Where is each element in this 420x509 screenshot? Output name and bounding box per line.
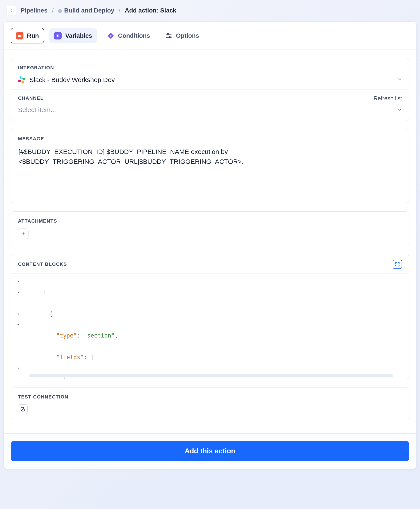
breadcrumb-parent[interactable]: Build and Deploy — [58, 6, 114, 15]
message-section: MESSAGE — [11, 129, 409, 203]
integration-label: INTEGRATION — [18, 64, 402, 71]
svg-text:IF: IF — [110, 34, 112, 37]
run-icon — [16, 32, 23, 39]
svg-point-7 — [167, 33, 169, 35]
check-circle-icon — [20, 407, 25, 412]
channel-label: CHANNEL — [18, 95, 44, 102]
horizontal-scrollbar[interactable] — [29, 374, 393, 377]
expand-icon — [395, 262, 400, 267]
test-connection-section: TEST CONNECTION — [11, 387, 409, 420]
chevron-left-icon — [9, 8, 13, 13]
chevron-down-icon — [397, 106, 402, 114]
add-this-action-button[interactable]: Add this action — [11, 441, 409, 461]
code-content: [ { "type": "section", "fields": [ { "ty… — [25, 273, 409, 379]
message-input[interactable] — [18, 146, 402, 195]
svg-text:$: $ — [57, 34, 59, 37]
tabs: Run $ Variables IF Conditions Options — [4, 22, 416, 50]
slack-icon — [18, 76, 25, 84]
options-icon — [165, 32, 172, 39]
integration-select[interactable]: Slack - Buddy Workshop Dev — [18, 75, 397, 84]
breadcrumb-sep: / — [119, 6, 120, 15]
back-button[interactable] — [7, 6, 16, 15]
breadcrumb-sep: / — [52, 6, 54, 15]
expand-editor-button[interactable] — [393, 260, 402, 269]
attachments-label: ATTACHMENTS — [18, 218, 402, 225]
refresh-list-link[interactable]: Refresh list — [374, 94, 402, 102]
footer: Add this action — [4, 433, 416, 469]
breadcrumb-root[interactable]: Pipelines — [21, 6, 48, 15]
chevron-down-icon — [397, 76, 402, 84]
test-connection-button[interactable] — [18, 404, 28, 414]
tab-run[interactable]: Run — [11, 28, 44, 43]
main-card: Run $ Variables IF Conditions Options — [3, 22, 417, 469]
tab-variables[interactable]: $ Variables — [49, 28, 97, 43]
content-blocks-section: CONTENT BLOCKS ▾ ▾ ▾ ▾ ▾ — [11, 254, 409, 379]
breadcrumb: Pipelines / Build and Deploy / Add actio… — [3, 4, 417, 22]
content-blocks-label: CONTENT BLOCKS — [18, 261, 67, 268]
svg-rect-1 — [18, 35, 20, 37]
attachments-section: ATTACHMENTS — [11, 211, 409, 245]
integration-section: INTEGRATION Slack - Buddy Workshop Dev C… — [11, 58, 409, 121]
code-gutter: ▾ ▾ ▾ ▾ ▾ — [11, 273, 25, 379]
content-blocks-editor[interactable]: ▾ ▾ ▾ ▾ ▾ [ { "type": "section", "fields… — [11, 273, 409, 379]
svg-point-9 — [169, 36, 170, 38]
add-attachment-button[interactable] — [18, 228, 29, 239]
channel-select[interactable]: Select item... — [18, 105, 397, 114]
plus-icon — [21, 232, 25, 236]
variables-icon: $ — [54, 32, 62, 39]
tab-options[interactable]: Options — [160, 28, 204, 43]
breadcrumb-current: Add action: Slack — [125, 6, 176, 15]
status-dot-icon — [58, 9, 62, 13]
conditions-icon: IF — [107, 32, 114, 39]
message-label: MESSAGE — [18, 136, 402, 142]
test-connection-label: TEST CONNECTION — [18, 394, 402, 400]
tab-conditions[interactable]: IF Conditions — [102, 28, 155, 43]
